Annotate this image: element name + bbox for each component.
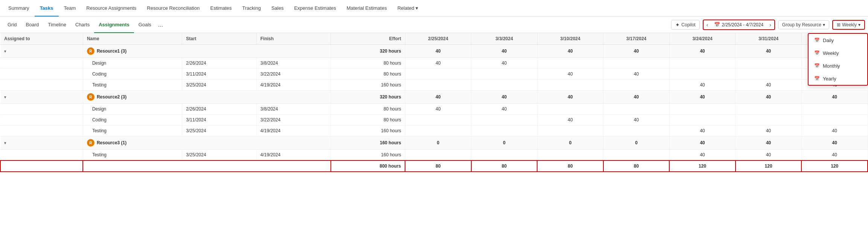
subnav-assignments[interactable]: Assignments [94,17,134,33]
task-effort: 80 hours [331,69,405,80]
task-value-0 [405,80,471,91]
sub-nav: Grid Board Timeline Charts Assignments G… [0,17,868,33]
task-value-2: 40 [537,69,603,80]
resource-avatar: R [87,139,94,147]
monthly-icon: 📅 [814,63,820,69]
task-name: Coding [83,69,182,80]
resource-total-effort: 160 hours [331,136,405,150]
nav-team[interactable]: Team [59,0,81,17]
nav-resource-assignments[interactable]: Resource Assignments [81,0,142,17]
nav-tasks[interactable]: Tasks [35,0,59,17]
total-value-5: 120 [736,160,802,172]
task-value-6: 40 [801,150,868,161]
chevron-icon[interactable]: ▾ [4,95,6,99]
task-value-3 [603,58,670,69]
total-effort: 800 hours [331,160,405,172]
task-value-0 [405,115,471,126]
main-content: Assigned to Name Start Finish Effort 2/2… [0,33,868,172]
task-value-3 [603,126,670,136]
resource-row: ▾RResource2 (3)320 hours40404040404040 [0,91,868,104]
resource-value-3: 0 [603,136,670,150]
task-value-4: 40 [669,150,736,161]
resource-total-effort: 320 hours [331,45,405,58]
copilot-icon: ✦ [675,22,680,28]
resource-value-5: 40 [736,91,802,104]
resource-name: Resource2 (3) [97,94,126,100]
task-finish: 4/19/2024 [256,150,330,161]
calendar-icon: 📅 [714,22,720,27]
header-name: Name [83,33,182,45]
nav-expense-estimates[interactable]: Expense Estimates [289,0,341,17]
task-value-5: 40 [736,80,802,91]
resource-row: ▾RResource1 (3)320 hours40404040404040 [0,45,868,58]
task-value-1 [471,69,538,80]
total-empty-0 [0,160,83,172]
resource-value-4: 40 [669,91,736,104]
dropdown-monthly[interactable]: 📅 Monthly [809,59,867,72]
task-value-4 [669,58,736,69]
resource-value-2: 0 [537,136,603,150]
task-value-1: 40 [471,58,538,69]
nav-material-estimates[interactable]: Material Estimates [341,0,392,17]
total-value-4: 120 [669,160,736,172]
task-effort: 80 hours [331,104,405,115]
resource-value-2: 40 [537,91,603,104]
chevron-icon[interactable]: ▾ [4,141,6,145]
task-start: 3/25/2024 [182,150,256,161]
resource-value-0: 40 [405,91,471,104]
dropdown-yearly[interactable]: 📅 Yearly [809,72,867,85]
header-date-2: 3/10/2024 [537,33,603,45]
nav-sales[interactable]: Sales [266,0,289,17]
nav-summary[interactable]: Summary [3,0,35,17]
group-by-button[interactable]: Group by Resource ▾ [778,20,829,29]
period-button[interactable]: ⊞ Weekly ▾ [832,20,865,30]
date-next-button[interactable]: › [766,20,774,29]
task-value-0: 40 [405,104,471,115]
task-effort: 160 hours [331,126,405,136]
dropdown-weekly[interactable]: 📅 Weekly [809,47,867,59]
subnav-timeline[interactable]: Timeline [43,17,71,33]
header-date-0: 2/25/2024 [405,33,471,45]
subnav-goals[interactable]: Goals [134,17,156,33]
task-value-1 [471,126,538,136]
table-row: Design2/26/20243/8/202480 hours4040 [0,58,868,69]
resource-name: Resource1 (3) [97,48,126,54]
nav-related[interactable]: Related ▾ [392,0,424,17]
task-finish: 3/8/2024 [256,58,330,69]
copilot-button[interactable]: ✦ Copilot [671,20,699,30]
task-value-0: 40 [405,58,471,69]
assignments-table: Assigned to Name Start Finish Effort 2/2… [0,33,868,172]
subnav-more[interactable]: ... [156,21,165,29]
task-assigned-to [0,115,83,126]
subnav-charts[interactable]: Charts [71,17,94,33]
task-finish: 3/22/2024 [256,115,330,126]
task-start: 3/11/2024 [182,69,256,80]
task-value-0 [405,150,471,161]
task-value-1 [471,80,538,91]
subnav-grid[interactable]: Grid [3,17,21,33]
task-value-4: 40 [669,80,736,91]
table-row: Testing3/25/20244/19/2024160 hours404040 [0,80,868,91]
task-value-6: 40 [801,126,868,136]
header-date-3: 3/17/2024 [603,33,670,45]
nav-estimates[interactable]: Estimates [205,0,237,17]
resource-row: ▾RResource3 (1)160 hours0000404040 [0,136,868,150]
subnav-board[interactable]: Board [21,17,44,33]
nav-tracking[interactable]: Tracking [237,0,266,17]
nav-resource-reconciliation[interactable]: Resource Reconciliation [142,0,205,17]
task-value-0 [405,126,471,136]
top-nav: Summary Tasks Team Resource Assignments … [0,0,868,17]
task-value-2 [537,126,603,136]
task-assigned-to [0,58,83,69]
task-value-1 [471,150,538,161]
total-value-1: 80 [471,160,538,172]
task-effort: 80 hours [331,58,405,69]
total-value-3: 80 [603,160,670,172]
date-prev-button[interactable]: ‹ [704,20,711,29]
dropdown-daily[interactable]: 📅 Daily [809,34,867,47]
task-value-5: 40 [736,150,802,161]
chevron-icon[interactable]: ▾ [4,49,6,53]
task-assigned-to [0,80,83,91]
task-value-3 [603,104,670,115]
date-nav: ‹ 📅 2/25/2024 - 4/7/2024 › [703,20,775,30]
